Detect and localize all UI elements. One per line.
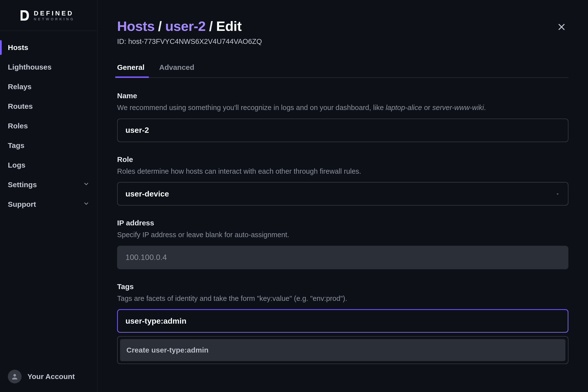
field-label: Role (117, 155, 568, 164)
tags-input[interactable]: user-type:admin (117, 309, 568, 333)
sidebar: DEFINED NETWORKING Hosts Lighthouses Rel… (0, 0, 98, 392)
brand-logo[interactable]: DEFINED NETWORKING (0, 0, 97, 31)
svg-point-0 (14, 374, 16, 376)
tabs: General Advanced (117, 63, 568, 78)
name-input[interactable]: user-2 (117, 118, 568, 142)
sidebar-item-hosts[interactable]: Hosts (0, 38, 97, 57)
field-tags: Tags Tags are facets of identity and tak… (117, 282, 568, 364)
tags-dropdown: Create user-type:admin (117, 336, 568, 364)
sidebar-item-support[interactable]: Support (0, 194, 97, 214)
sidebar-item-label: Support (8, 200, 36, 208)
field-description: Tags are facets of identity and take the… (117, 293, 568, 304)
caret-down-icon (555, 190, 560, 198)
sidebar-item-label: Roles (8, 122, 28, 130)
sidebar-item-logs[interactable]: Logs (0, 155, 97, 175)
brand-mark-icon (19, 9, 30, 22)
account-menu[interactable]: Your Account (0, 361, 97, 392)
breadcrumb-sep: / (158, 18, 162, 34)
sidebar-item-tags[interactable]: Tags (0, 136, 97, 155)
tags-create-option[interactable]: Create user-type:admin (120, 339, 566, 361)
avatar-icon (8, 370, 22, 384)
tab-advanced[interactable]: Advanced (159, 63, 194, 78)
breadcrumb: Hosts / user-2 / Edit (117, 18, 568, 34)
breadcrumb-current: Edit (216, 18, 242, 34)
tab-general[interactable]: General (117, 63, 144, 78)
role-select[interactable]: user-device (117, 182, 568, 206)
brand-name: DEFINED (34, 10, 75, 16)
sidebar-item-settings[interactable]: Settings (0, 175, 97, 194)
field-description: We recommend using something you'll reco… (117, 102, 568, 113)
sidebar-item-label: Routes (8, 102, 33, 110)
field-role: Role Roles determine how hosts can inter… (117, 155, 568, 206)
sidebar-item-label: Relays (8, 82, 32, 91)
chevron-down-icon (83, 180, 90, 189)
chevron-down-icon (83, 200, 90, 208)
sidebar-item-roles[interactable]: Roles (0, 116, 97, 136)
sidebar-item-label: Hosts (8, 43, 28, 52)
field-label: Tags (117, 282, 568, 291)
field-ip: IP address Specify IP address or leave b… (117, 219, 568, 269)
breadcrumb-sep: / (209, 18, 213, 34)
field-name: Name We recommend using something you'll… (117, 92, 568, 142)
field-description: Roles determine how hosts can interact w… (117, 166, 568, 177)
field-description: Specify IP address or leave blank for au… (117, 230, 568, 240)
sidebar-item-label: Tags (8, 141, 24, 150)
sidebar-item-lighthouses[interactable]: Lighthouses (0, 57, 97, 77)
sidebar-item-label: Settings (8, 180, 37, 189)
main-nav: Hosts Lighthouses Relays Routes Roles Ta… (0, 31, 97, 361)
sidebar-item-routes[interactable]: Routes (0, 96, 97, 116)
host-id: ID: host-773FVYC4NWS6X2V4U744VAO6ZQ (117, 38, 568, 46)
sidebar-item-label: Lighthouses (8, 63, 52, 71)
main-content: Hosts / user-2 / Edit ID: host-773FVYC4N… (98, 0, 588, 392)
sidebar-item-relays[interactable]: Relays (0, 77, 97, 96)
tab-label: Advanced (159, 63, 194, 71)
sidebar-item-label: Logs (8, 161, 26, 169)
ip-input[interactable]: 100.100.0.4 (117, 246, 568, 269)
field-label: IP address (117, 219, 568, 227)
account-label: Your Account (28, 372, 75, 381)
tab-label: General (117, 63, 144, 71)
breadcrumb-host[interactable]: user-2 (165, 18, 206, 34)
close-button[interactable] (557, 22, 566, 32)
brand-subtitle: NETWORKING (34, 18, 75, 21)
breadcrumb-hosts[interactable]: Hosts (117, 18, 154, 34)
field-label: Name (117, 92, 568, 100)
